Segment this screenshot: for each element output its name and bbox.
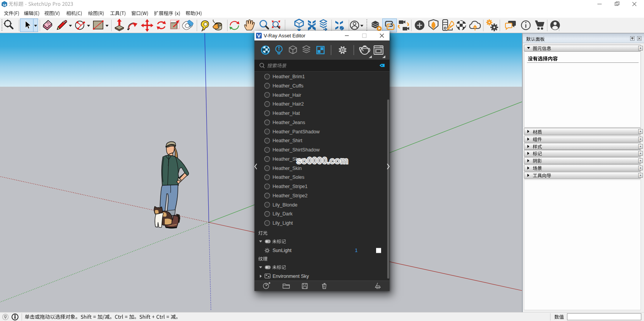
svg-text:Heather_Hair: Heather_Hair	[273, 92, 301, 98]
svg-text:Heather_Jeans: Heather_Jeans	[273, 120, 305, 125]
svg-text:so0000.com: so0000.com	[296, 156, 348, 166]
svg-text:SunLight: SunLight	[273, 248, 292, 253]
svg-text:Environment Sky: Environment Sky	[273, 274, 309, 279]
svg-text:Heather_ShirtShadow: Heather_ShirtShadow	[273, 147, 320, 153]
svg-text:Lily_Light: Lily_Light	[273, 220, 293, 226]
svg-text:Heather_PantShadow: Heather_PantShadow	[273, 129, 320, 134]
svg-text:Lily_Dark: Lily_Dark	[273, 211, 293, 217]
svg-text:1: 1	[355, 248, 358, 253]
svg-text:Heather_Soles: Heather_Soles	[273, 175, 304, 180]
svg-text:Heather_Shirt: Heather_Shirt	[273, 138, 303, 143]
svg-text:Heather_Stripe1: Heather_Stripe1	[273, 184, 308, 189]
svg-text:Heather_Cuffs: Heather_Cuffs	[273, 83, 303, 89]
svg-text:Heather_Hat: Heather_Hat	[273, 111, 300, 116]
svg-text:Heather_Brim1: Heather_Brim1	[273, 74, 305, 79]
svg-text:Heather_Stripe2: Heather_Stripe2	[273, 193, 308, 198]
svg-text:Heather_Hair2: Heather_Hair2	[273, 101, 304, 107]
svg-text:Lily_Blonde: Lily_Blonde	[273, 202, 298, 208]
